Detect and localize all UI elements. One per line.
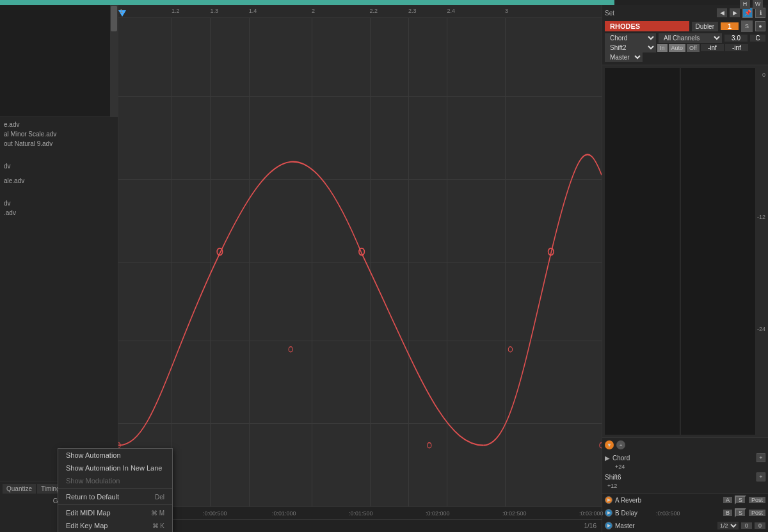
chain-send-12: +12 xyxy=(605,483,765,490)
sidebar-file-item[interactable]: e.adv xyxy=(1,120,116,129)
ctx-edit-key-label: Edit Key Map xyxy=(66,522,108,529)
ruler-mark-22: 2.2 xyxy=(370,8,378,14)
track-b-delay: ▶ B Delay B S Post xyxy=(602,506,768,519)
plugin-name[interactable]: Dubler xyxy=(692,22,718,31)
automation-curve xyxy=(118,18,602,506)
ruler-mark-12: 1.2 xyxy=(172,8,180,14)
ctx-edit-key-shortcut: ⌘ K xyxy=(152,522,164,529)
meter-label-12: -12 xyxy=(757,214,765,220)
chain-chord-plus[interactable]: + xyxy=(756,453,765,462)
chain-send-24: +24 xyxy=(605,463,765,471)
track-master-frac[interactable]: 1/2 xyxy=(717,522,739,529)
ruler-mark-3: 3 xyxy=(505,8,508,14)
activate-btn[interactable]: ● xyxy=(755,21,765,31)
track-b-s-btn[interactable]: S xyxy=(735,508,746,517)
ctx-edit-midi[interactable]: Edit MIDI Map ⌘ M xyxy=(58,506,172,519)
solo-button[interactable]: S xyxy=(741,20,753,32)
ctx-show-automation-new-label: Show Automation In New Lane xyxy=(66,464,162,472)
sidebar-file-item[interactable]: out Natural 9.adv xyxy=(1,139,116,149)
chain-item-shift6: Shift6 + xyxy=(605,471,765,483)
nav-prev-btn[interactable]: ◀ xyxy=(717,8,727,17)
auto-btn[interactable]: Auto xyxy=(669,44,686,52)
chain-header: ▼ + xyxy=(605,440,765,449)
ctx-show-automation[interactable]: Show Automation xyxy=(58,449,172,462)
track-b-send: B xyxy=(723,510,732,516)
master-row: Master xyxy=(605,52,765,62)
inst-name-row: RHODES Dubler 1 S ● xyxy=(605,20,765,32)
ctx-show-automation-label: Show Automation xyxy=(66,451,121,459)
master-select[interactable]: Master xyxy=(605,52,643,62)
ctx-show-modulation-label: Show Modulation xyxy=(66,477,120,485)
chain-area: ▼ + ▶ Chord + +24 Shift6 + +12 xyxy=(602,437,768,493)
meter-bar-right xyxy=(681,68,756,435)
track-master-label: Master xyxy=(615,522,715,529)
ruler-mark-14: 1.4 xyxy=(249,8,257,14)
instrument-name[interactable]: RHODES xyxy=(605,21,689,31)
sidebar-file-item[interactable]: dv xyxy=(1,161,116,171)
ctx-return-default-shortcut: Del xyxy=(155,494,164,501)
off-btn[interactable]: Off xyxy=(687,44,700,52)
chain-collapse-btn[interactable]: ▼ xyxy=(605,440,614,449)
pin-btn[interactable]: 📌 xyxy=(742,8,753,18)
ctx-edit-midi-shortcut: ⌘ M xyxy=(151,510,164,517)
track-a-toggle[interactable]: ▶ xyxy=(605,496,612,504)
ctx-edit-key[interactable]: Edit Key Map ⌘ K xyxy=(58,519,172,532)
ruler-mark-2: 2 xyxy=(312,8,315,14)
sidebar-file-item[interactable]: .adv xyxy=(1,208,116,218)
svg-point-4 xyxy=(289,347,292,352)
time-mark-100: :0:01:000 xyxy=(272,510,296,517)
sidebar-preview xyxy=(0,5,118,117)
fraction-display: 1/16 xyxy=(584,522,596,529)
track-master-val-a: 0 xyxy=(741,522,752,529)
h-button[interactable]: H xyxy=(740,0,750,9)
ctx-show-modulation[interactable]: Show Modulation xyxy=(58,474,172,487)
info-bar: 1/16 xyxy=(118,519,602,532)
time-mark-300: :0:03:000 xyxy=(579,510,602,517)
svg-point-5 xyxy=(428,443,431,448)
track-master-val-b: 0 xyxy=(755,522,765,529)
track-a-post: Post xyxy=(749,497,765,503)
nav-next-btn[interactable]: ▶ xyxy=(730,8,740,17)
track-a-s-btn[interactable]: S xyxy=(735,496,746,504)
sidebar-file-item[interactable]: al Minor Scale.adv xyxy=(1,129,116,139)
info-btn[interactable]: ℹ xyxy=(755,8,765,18)
set-label: Set xyxy=(605,10,614,17)
chain-add-btn[interactable]: + xyxy=(616,440,625,449)
ctx-return-default[interactable]: Return to Default Del xyxy=(58,490,172,503)
time-mark-250: :0:02:500 xyxy=(502,510,527,517)
tab-quantize[interactable]: Quantize xyxy=(3,484,36,494)
w-button[interactable]: W xyxy=(753,0,763,9)
ctx-divider-1 xyxy=(58,488,172,489)
chord-channel-row: Chord All Channels 3.0 C xyxy=(605,33,765,43)
track-a-label: A Reverb xyxy=(615,497,721,504)
ruler-marks-container: 1 1.2 1.3 1.4 2 2.2 2.3 2.4 3 xyxy=(118,5,602,17)
sidebar-file-item[interactable]: ale.adv xyxy=(1,176,116,186)
ruler-mark-24: 2.4 xyxy=(447,8,455,14)
svg-point-7 xyxy=(600,443,602,448)
sidebar-file-item[interactable]: dv xyxy=(1,198,116,208)
chain-expand-chord[interactable]: ▶ xyxy=(605,455,610,462)
context-menu: Show Automation Show Automation In New L… xyxy=(58,448,173,532)
sidebar-scrollbar[interactable] xyxy=(110,5,118,117)
shift2-select[interactable]: Shift2 xyxy=(605,43,656,52)
ruler-mark-1: 1 xyxy=(120,8,123,14)
track-master-toggle[interactable]: ▶ xyxy=(605,522,612,529)
meter-label-0: 0 xyxy=(762,72,765,78)
scrollbar-thumb[interactable] xyxy=(111,6,117,31)
track-b-toggle[interactable]: ▶ xyxy=(605,509,612,517)
chain-shift6-plus[interactable]: + xyxy=(756,472,765,481)
time-mark-200: :0:02:000 xyxy=(426,510,450,517)
track-list: ▶ A Reverb A S Post ▶ B Delay B S Post ▶… xyxy=(602,493,768,532)
track-number[interactable]: 1 xyxy=(721,22,739,30)
right-panel: Set ◀ ▶ 📌 ℹ RHODES Dubler 1 S ● Chord Al… xyxy=(602,5,768,532)
pan-value[interactable]: C xyxy=(750,35,765,42)
vol-inf-right: -inf xyxy=(725,44,748,51)
channel-select[interactable]: All Channels xyxy=(659,33,722,43)
ctx-show-automation-new[interactable]: Show Automation In New Lane xyxy=(58,462,172,474)
ctx-divider-2 xyxy=(58,504,172,505)
volume-value[interactable]: 3.0 xyxy=(724,35,748,42)
progress-fill xyxy=(0,0,614,5)
in-btn[interactable]: In xyxy=(657,44,668,52)
sidebar-file-list: e.adv al Minor Scale.adv out Natural 9.a… xyxy=(0,117,118,481)
chord-select[interactable]: Chord xyxy=(605,33,656,43)
